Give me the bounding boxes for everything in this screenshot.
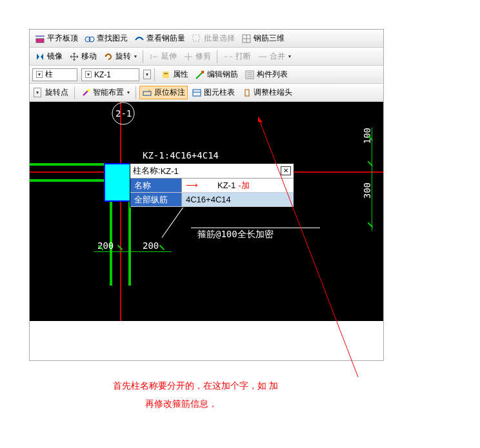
popup-title-row: 柱名称: KZ-1 ✕ [130,164,294,179]
column-property-popup: 柱名称: KZ-1 ✕ 名称 ⟶ KZ-1 -加 全部纵筋 4C16+4C14 [130,163,294,208]
trim-icon [183,52,194,62]
extend-button[interactable]: 延伸 [146,50,179,63]
value-text: KZ-1 [217,180,235,190]
dim-300: 300 [362,182,372,199]
label: 延伸 [161,51,177,62]
label: 编辑钢筋 [207,69,238,80]
binoculars-icon [85,34,95,44]
annotation-line-2: 再修改箍筋信息， [145,398,217,410]
axis-label: 2-1 [115,108,132,119]
align-to-slab-top[interactable]: 平齐板顶 [32,32,81,45]
dim-200: 200 [143,240,159,251]
move-button[interactable]: 移动 [66,50,99,63]
break-button[interactable]: 打断 [221,50,254,63]
toolbar-row-1: 平齐板顶 查找图元 查看钢筋量 批量选择 钢筋三维 [30,30,383,48]
align-icon [35,34,45,44]
chevron-down-icon[interactable]: ▾ [34,88,41,97]
svg-point-3 [89,37,94,42]
drawing-canvas[interactable]: 2-1 KZ-1:4C16+4C14 200 200 100 300 箍筋@10… [30,102,383,321]
wall-line [30,179,104,182]
merge-icon [257,52,268,62]
chevron-down-icon: ▾ [288,54,291,59]
adjust-icon [241,88,252,98]
svg-rect-0 [36,39,44,43]
label: 智能布置 [93,87,124,98]
toolbar-row-2: 镜像 移动 旋转 ▾ 延伸 修剪 打断 合并 ▾ [30,48,383,66]
svg-rect-4 [193,35,199,41]
close-icon[interactable]: ✕ [281,166,291,175]
label: 修剪 [195,51,211,62]
edit-rebar-button[interactable]: 编辑钢筋 [192,68,241,81]
rebar-spec-text: KZ-1:4C16+4C14 [143,150,219,161]
chevron-down-icon: ▾ [134,54,137,59]
view-rebar-qty[interactable]: 查看钢筋量 [132,32,188,45]
properties-icon [161,70,171,80]
label: 旋转点 [45,87,68,98]
rebar-icon [134,34,145,44]
select-value: KZ-1 [94,70,111,79]
separator [135,86,136,99]
select-icon [192,34,202,44]
table-icon [192,88,202,98]
component-select[interactable]: ▾ KZ-1 [81,68,139,81]
wand-icon [81,88,91,98]
label: 打断 [235,51,251,62]
rotate-point-button[interactable]: 旋转点 [43,86,71,99]
trim-button[interactable]: 修剪 [181,50,214,63]
chevron-down-icon[interactable]: ▾ [143,70,151,79]
svg-point-24 [87,89,90,92]
rotate-button[interactable]: 旋转 ▾ [101,50,139,63]
popup-title-prefix: 柱名称: [133,165,161,177]
rebar-3d[interactable]: 钢筋三维 [239,32,287,45]
extend-icon [149,52,159,62]
separator [217,50,217,63]
dim-tick [159,245,165,250]
smart-layout-button[interactable]: 智能布置 ▾ [78,86,132,99]
popup-title-value: KZ-1 [161,166,179,176]
row-label: 名称 [130,179,182,192]
svg-rect-18 [201,71,204,73]
break-icon [223,52,234,62]
separator [74,86,75,99]
adjust-column-end-button[interactable]: 调整柱端头 [239,86,295,99]
chevron-down-icon: ▾ [85,71,92,78]
label: 合并 [270,51,285,62]
mirror-button[interactable]: 镜像 [32,50,65,63]
merge-button[interactable]: 合并 ▾ [255,50,294,63]
rotate-icon [103,52,114,62]
popup-row-name[interactable]: 名称 ⟶ KZ-1 -加 [130,179,294,193]
label: 批量选择 [204,33,235,44]
element-type-select[interactable]: ▾ 柱 [32,68,77,81]
row-value[interactable]: ⟶ KZ-1 -加 [182,179,294,192]
inplace-label-button[interactable]: 原位标注 [139,86,188,99]
edit-rebar-icon [195,70,205,80]
properties-button[interactable]: 属性 [158,68,191,81]
grid-line-vertical [120,102,121,321]
mirror-icon [35,52,45,62]
grid-icon [241,34,252,44]
move-icon [69,52,79,62]
toolbar-row-3: ▾ 柱 ▾ KZ-1 ▾ 属性 编辑钢筋 构件列表 [30,66,383,84]
label: 旋转 [115,51,131,62]
batch-select[interactable]: 批量选择 [189,32,237,45]
chevron-down-icon: ▾ [36,71,43,78]
dim-line [94,251,172,252]
element-column-table-button[interactable]: 图元柱表 [189,86,237,99]
leader-line [191,228,320,228]
label: 属性 [173,69,188,80]
chevron-down-icon: ▾ [127,90,130,95]
toolbar-row-4: ▾ 旋转点 智能布置 ▾ 原位标注 图元柱表 调整柱端头 [30,84,383,102]
svg-rect-29 [245,90,249,96]
popup-row-rebar[interactable]: 全部纵筋 4C16+4C14 [130,193,294,207]
label-icon [142,88,152,98]
row-value[interactable]: 4C16+4C14 [182,193,294,206]
list-icon [245,70,255,80]
find-element[interactable]: 查找图元 [82,32,130,45]
row-label: 全部纵筋 [130,193,182,206]
wall-line [30,163,104,166]
dim-line [372,128,372,231]
component-list-button[interactable]: 构件列表 [242,68,290,81]
label: 查看钢筋量 [146,33,185,44]
label: 平齐板顶 [47,33,78,44]
leader-line [162,206,185,238]
